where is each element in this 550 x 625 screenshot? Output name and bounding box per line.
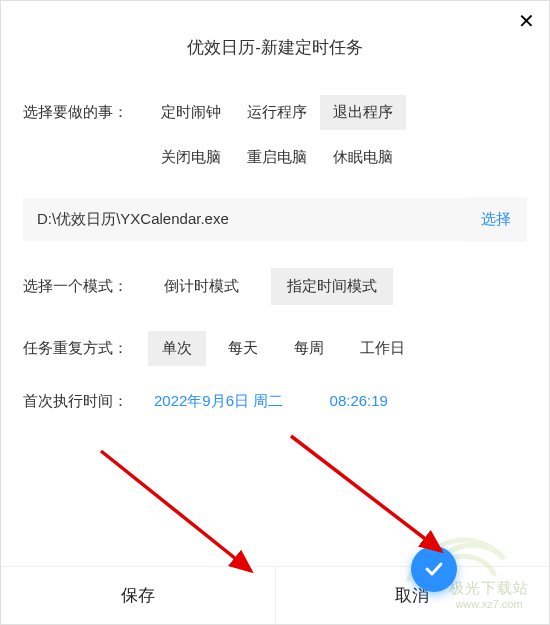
close-button[interactable]: ✕	[518, 9, 535, 33]
opt-shutdown[interactable]: 关闭电脑	[148, 140, 234, 175]
opt-alarm[interactable]: 定时闹钟	[148, 95, 234, 130]
check-icon	[422, 557, 446, 581]
opt-workday[interactable]: 工作日	[346, 331, 419, 366]
task-type-row: 选择要做的事： 定时闹钟 运行程序 退出程序	[1, 95, 549, 130]
first-run-row: 首次执行时间： 2022年9月6日 周二 08:26:19	[1, 392, 549, 411]
bottom-bar: 保存 取消	[1, 566, 549, 624]
opt-sleep[interactable]: 休眠电脑	[320, 140, 406, 175]
opt-restart[interactable]: 重启电脑	[234, 140, 320, 175]
task-type-label: 选择要做的事：	[23, 103, 148, 122]
opt-countdown-mode[interactable]: 倒计时模式	[148, 268, 255, 305]
first-run-date[interactable]: 2022年9月6日 周二	[148, 388, 289, 413]
repeat-options: 单次 每天 每周 工作日	[148, 331, 419, 366]
svg-line-1	[291, 436, 441, 551]
repeat-label: 任务重复方式：	[23, 339, 148, 358]
opt-once[interactable]: 单次	[148, 331, 206, 366]
dialog-title: 优效日历-新建定时任务	[1, 1, 549, 77]
opt-daily[interactable]: 每天	[214, 331, 272, 366]
mode-row: 选择一个模式： 倒计时模式 指定时间模式	[1, 268, 549, 305]
mode-label: 选择一个模式：	[23, 277, 148, 296]
mode-options: 倒计时模式 指定时间模式	[148, 268, 393, 305]
svg-line-0	[101, 451, 251, 571]
choose-file-button[interactable]: 选择	[465, 197, 527, 242]
program-path-row: 选择	[23, 197, 527, 242]
first-run-values: 2022年9月6日 周二 08:26:19	[148, 392, 394, 411]
task-type-options-row1: 定时闹钟 运行程序 退出程序	[148, 95, 406, 130]
program-path-input[interactable]	[23, 198, 465, 241]
first-run-label: 首次执行时间：	[23, 392, 148, 411]
save-button[interactable]: 保存	[1, 567, 275, 624]
opt-specific-time-mode[interactable]: 指定时间模式	[271, 268, 393, 305]
confirm-badge[interactable]	[411, 546, 457, 592]
repeat-row: 任务重复方式： 单次 每天 每周 工作日	[1, 331, 549, 366]
opt-weekly[interactable]: 每周	[280, 331, 338, 366]
opt-run-program[interactable]: 运行程序	[234, 95, 320, 130]
opt-exit-program[interactable]: 退出程序	[320, 95, 406, 130]
first-run-time[interactable]: 08:26:19	[324, 388, 394, 413]
task-type-options-row2: 关闭电脑 重启电脑 休眠电脑	[148, 140, 549, 175]
